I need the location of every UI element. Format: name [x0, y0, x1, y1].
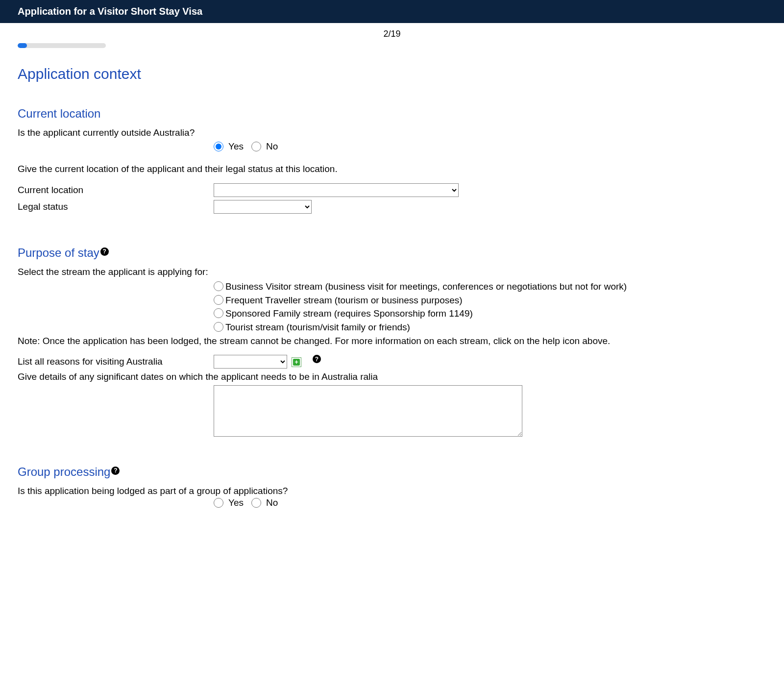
radio-stream-sponsored[interactable] — [214, 308, 223, 318]
radio-stream-sponsored-label: Sponsored Family stream (requires Sponso… — [225, 307, 473, 320]
label-significant-dates: Give details of any significant dates on… — [18, 371, 766, 382]
textarea-significant-dates[interactable] — [214, 385, 522, 437]
help-icon[interactable]: ? — [313, 355, 321, 363]
question-outside-australia: Is the applicant currently outside Austr… — [18, 127, 766, 138]
help-icon[interactable]: ? — [100, 247, 109, 256]
select-reason[interactable] — [214, 355, 287, 369]
radio-group-no[interactable] — [251, 498, 261, 508]
section-application-context-title: Application context — [18, 66, 766, 82]
label-select-stream: Select the stream the applicant is apply… — [18, 267, 766, 277]
progress-fill — [18, 43, 27, 48]
radio-outside-no-label: No — [266, 141, 278, 152]
progress-container — [18, 43, 106, 48]
label-current-location: Current location — [18, 185, 214, 196]
help-icon[interactable]: ? — [111, 467, 120, 475]
select-legal-status[interactable] — [214, 200, 312, 214]
radio-stream-business-label: Business Visitor stream (business visit … — [225, 280, 627, 293]
instruction-current-location: Give the current location of the applica… — [18, 164, 766, 174]
app-title: Application for a Visitor Short Stay Vis… — [18, 6, 202, 17]
radio-outside-yes-label: Yes — [228, 141, 244, 152]
section-purpose-title: Purpose of stay — [18, 246, 99, 260]
radio-stream-tourist-label: Tourist stream (tourism/visit family or … — [225, 321, 410, 334]
radio-group-yes[interactable] — [214, 498, 223, 508]
label-reasons: List all reasons for visiting Australia — [18, 356, 214, 367]
question-group: Is this application being lodged as part… — [18, 486, 766, 496]
radio-group-outside-australia: Yes No — [214, 141, 766, 152]
note-stream: Note: Once the application has been lodg… — [18, 335, 766, 347]
stream-options: Business Visitor stream (business visit … — [214, 280, 766, 334]
section-group-title: Group processing — [18, 465, 110, 479]
section-current-location-title: Current location — [18, 107, 100, 121]
plus-icon: + — [293, 359, 300, 366]
radio-stream-frequent-label: Frequent Traveller stream (tourism or bu… — [225, 294, 463, 307]
radio-group-no-label: No — [266, 497, 278, 508]
radio-group-yes-label: Yes — [228, 497, 244, 508]
app-header: Application for a Visitor Short Stay Vis… — [0, 0, 784, 23]
radio-stream-tourist[interactable] — [214, 322, 223, 332]
radio-outside-yes[interactable] — [214, 142, 223, 151]
select-current-location[interactable] — [214, 183, 459, 197]
radio-group-group: Yes No — [214, 497, 766, 508]
radio-stream-frequent[interactable] — [214, 295, 223, 305]
page-indicator: 2/19 — [0, 29, 784, 39]
label-legal-status: Legal status — [18, 201, 214, 212]
progress-bar — [18, 43, 106, 48]
radio-outside-no[interactable] — [251, 142, 261, 151]
radio-stream-business[interactable] — [214, 281, 223, 291]
add-reason-button[interactable]: + — [292, 357, 301, 367]
